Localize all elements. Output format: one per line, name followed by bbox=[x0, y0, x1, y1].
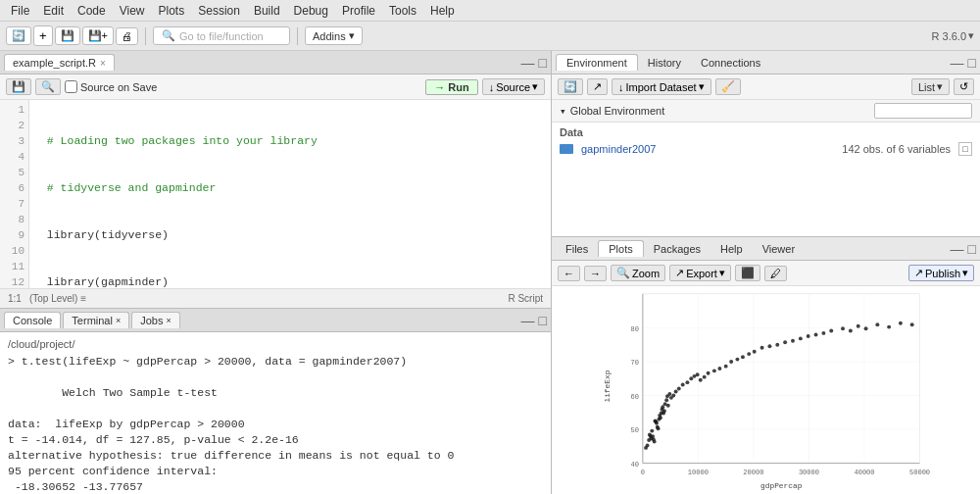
global-env-dropdown[interactable]: ▾ bbox=[560, 105, 566, 118]
svg-point-42 bbox=[659, 416, 662, 420]
svg-point-56 bbox=[677, 386, 681, 390]
editor-tab-script[interactable]: example_script.R × bbox=[4, 54, 115, 71]
right-panel: Environment History Connections — □ 🔄 ↗ … bbox=[552, 51, 980, 494]
dataset-name[interactable]: gapminder2007 bbox=[581, 143, 656, 155]
tab-history[interactable]: History bbox=[638, 55, 691, 71]
plot-minimize[interactable]: — bbox=[951, 242, 964, 256]
tab-packages[interactable]: Packages bbox=[644, 241, 710, 257]
import-dataset-button[interactable]: ↓ Import Dataset ▾ bbox=[612, 78, 711, 95]
svg-text:30000: 30000 bbox=[799, 469, 819, 476]
menu-file[interactable]: File bbox=[4, 2, 36, 20]
svg-text:10000: 10000 bbox=[688, 469, 709, 476]
run-button[interactable]: → Run bbox=[425, 79, 477, 95]
tab-console[interactable]: Console bbox=[4, 312, 61, 328]
source-button[interactable]: ↓ Source ▾ bbox=[482, 78, 545, 95]
svg-point-68 bbox=[729, 360, 733, 364]
plot-broom-button[interactable]: 🖊 bbox=[764, 266, 787, 281]
new-file-button[interactable]: + bbox=[33, 25, 53, 46]
svg-point-90 bbox=[910, 322, 914, 326]
publish-button[interactable]: ↗ Publish ▾ bbox=[908, 265, 974, 281]
svg-text:0: 0 bbox=[641, 469, 645, 476]
env-maximize[interactable]: □ bbox=[968, 56, 976, 70]
go-to-file-button[interactable]: 🔍 Go to file/function bbox=[153, 26, 290, 45]
svg-point-59 bbox=[689, 376, 693, 380]
import-dropdown-icon: ▾ bbox=[699, 80, 705, 93]
menu-debug[interactable]: Debug bbox=[287, 2, 335, 20]
menu-session[interactable]: Session bbox=[191, 2, 247, 20]
plot-maximize[interactable]: □ bbox=[968, 242, 976, 256]
addins-dropdown[interactable]: Addins ▾ bbox=[305, 26, 363, 45]
code-line-2: # tidyverse and gapminder bbox=[33, 180, 547, 196]
env-refresh-button[interactable]: ↺ bbox=[954, 78, 974, 95]
tab-jobs[interactable]: Jobs × bbox=[131, 312, 180, 328]
tab-files[interactable]: Files bbox=[556, 241, 598, 257]
svg-point-61 bbox=[696, 372, 700, 376]
menu-view[interactable]: View bbox=[113, 2, 152, 20]
svg-point-31 bbox=[650, 429, 654, 433]
tab-viewer[interactable]: Viewer bbox=[753, 241, 805, 257]
nav-buttons: 🔄 + 💾 💾+ 🖨 bbox=[6, 25, 138, 46]
svg-text:70: 70 bbox=[630, 359, 638, 367]
plot-back-button[interactable]: ← bbox=[558, 266, 580, 281]
save-button[interactable]: 💾 bbox=[55, 26, 80, 45]
svg-point-58 bbox=[685, 380, 689, 384]
export-button[interactable]: ↗ Export ▾ bbox=[669, 265, 731, 281]
editor-toolbar: 💾 🔍 Source on Save → Run ↓ Source ▾ bbox=[0, 74, 551, 100]
console-maximize[interactable]: □ bbox=[539, 314, 547, 327]
zoom-icon: 🔍 bbox=[616, 267, 630, 279]
plot-delete-button[interactable]: ⬛ bbox=[735, 265, 760, 281]
code-editor[interactable]: 1 2 3 4 5 6 7 8 9 10 11 12 13 14 15 16 bbox=[0, 100, 551, 288]
menu-help[interactable]: Help bbox=[423, 2, 462, 20]
editor-tab-label: example_script.R bbox=[13, 57, 96, 69]
svg-point-72 bbox=[753, 350, 757, 354]
console-minimize[interactable]: — bbox=[521, 314, 535, 327]
save-all-button[interactable]: 💾+ bbox=[82, 26, 114, 45]
menu-edit[interactable]: Edit bbox=[36, 2, 71, 20]
publish-icon: ↗ bbox=[914, 267, 923, 279]
menu-build[interactable]: Build bbox=[247, 2, 287, 20]
save-script-button[interactable]: 💾 bbox=[6, 78, 31, 95]
tab-environment[interactable]: Environment bbox=[556, 54, 638, 71]
menu-code[interactable]: Code bbox=[71, 2, 113, 20]
source-dropdown-icon: ▾ bbox=[532, 80, 538, 93]
plot-forward-button[interactable]: → bbox=[584, 266, 607, 281]
source-on-save-label[interactable]: Source on Save bbox=[65, 80, 157, 93]
editor-toolbar-right: → Run ↓ Source ▾ bbox=[425, 78, 545, 95]
svg-point-66 bbox=[717, 367, 721, 370]
editor-maximize[interactable]: □ bbox=[539, 56, 547, 70]
dataset-expand-btn[interactable]: □ bbox=[958, 142, 972, 156]
tab-terminal[interactable]: Terminal × bbox=[63, 312, 129, 328]
env-search-input[interactable] bbox=[874, 103, 972, 119]
export-dropdown-icon: ▾ bbox=[719, 267, 725, 279]
env-minimize[interactable]: — bbox=[951, 56, 964, 70]
tab-connections[interactable]: Connections bbox=[691, 55, 770, 71]
svg-point-88 bbox=[887, 325, 891, 329]
menu-plots[interactable]: Plots bbox=[152, 2, 192, 20]
find-button[interactable]: 🔍 bbox=[35, 78, 61, 95]
editor-area: example_script.R × — □ 💾 🔍 Source on Sav… bbox=[0, 51, 551, 308]
svg-text:60: 60 bbox=[630, 393, 638, 401]
svg-point-80 bbox=[814, 333, 818, 337]
env-toolbar: 🔄 ↗ ↓ Import Dataset ▾ 🧹 List ▾ ↺ bbox=[552, 74, 980, 100]
env-content: Data gapminder2007 142 obs. of 6 variabl… bbox=[552, 123, 980, 236]
tab-help[interactable]: Help bbox=[710, 241, 753, 257]
svg-text:80: 80 bbox=[630, 325, 638, 333]
env-back-button[interactable]: 🔄 bbox=[558, 78, 583, 95]
list-dropdown[interactable]: List ▾ bbox=[911, 78, 950, 95]
code-line-4: library(gapminder) bbox=[33, 274, 547, 288]
svg-text:50000: 50000 bbox=[909, 469, 930, 476]
tab-plots[interactable]: Plots bbox=[598, 240, 643, 257]
console-content[interactable]: /cloud/project/ > t.test(lifeExp ~ gdpPe… bbox=[0, 332, 551, 494]
back-button[interactable]: 🔄 bbox=[6, 26, 31, 45]
editor-minimize[interactable]: — bbox=[521, 56, 535, 70]
menu-profile[interactable]: Profile bbox=[335, 2, 382, 20]
env-forward-button[interactable]: ↗ bbox=[587, 78, 608, 95]
source-on-save-checkbox[interactable] bbox=[65, 80, 77, 93]
print-button[interactable]: 🖨 bbox=[116, 27, 138, 45]
zoom-button[interactable]: 🔍 Zoom bbox=[611, 265, 665, 281]
svg-point-52 bbox=[667, 392, 671, 396]
svg-point-85 bbox=[857, 324, 860, 328]
editor-tab-close[interactable]: × bbox=[100, 58, 106, 69]
menu-tools[interactable]: Tools bbox=[382, 2, 423, 20]
env-broom-button[interactable]: 🧹 bbox=[715, 78, 741, 95]
